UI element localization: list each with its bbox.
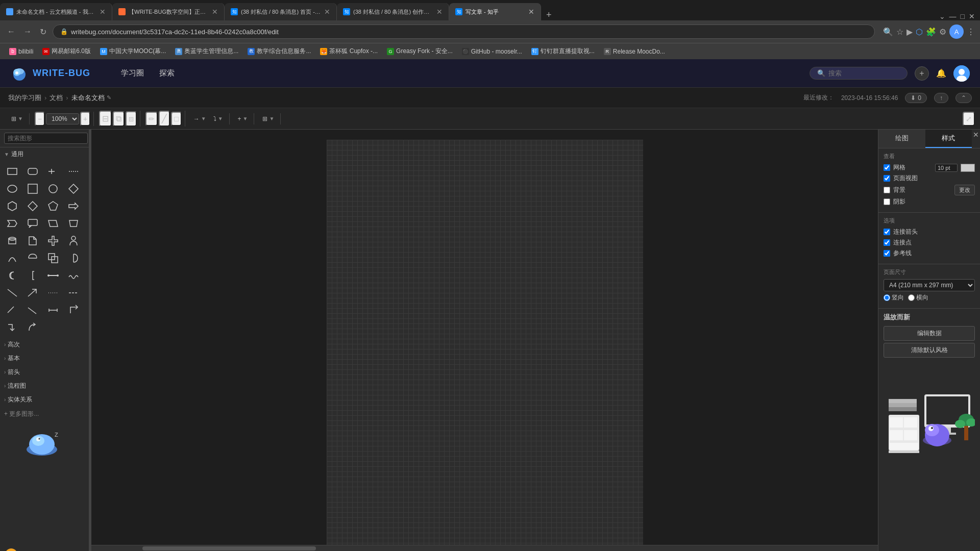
shape-line-dashed[interactable]	[65, 285, 82, 301]
shape-rect3[interactable]	[45, 250, 61, 266]
page-size-select[interactable]: A4 (210 mm x 297 mm) A3 Letter Custom	[884, 279, 975, 291]
view-mode-btn[interactable]: ⊞ ▼	[8, 113, 26, 124]
shape-half-circle[interactable]	[24, 250, 41, 266]
shape-squiggle[interactable]	[65, 267, 82, 284]
shape-doc[interactable]	[24, 233, 41, 249]
tab-2[interactable]: 【WRITE-BUG数字空间】正式上... ✕	[112, 3, 225, 20]
header-add-icon[interactable]: +	[915, 66, 929, 81]
tab-1-close[interactable]: ✕	[100, 8, 106, 16]
clear-defaults-btn[interactable]: 清除默认风格	[884, 343, 975, 358]
horizontal-scrollbar[interactable]	[91, 545, 878, 551]
rect-btn[interactable]: □	[171, 112, 181, 126]
background-checkbox[interactable]	[884, 187, 890, 193]
arrow-elbow-btn[interactable]: ⤵ ▼	[210, 113, 226, 124]
tab-1[interactable]: 未命名文档 - 云文档频道 - 我的... ✕	[0, 3, 112, 20]
scroll-thumb[interactable]	[142, 546, 316, 550]
shape-cylinder[interactable]	[4, 233, 20, 249]
shape-rect-outline[interactable]	[24, 181, 41, 197]
edit-data-btn[interactable]: 编辑数据	[884, 326, 975, 341]
bookmark-cupfox[interactable]: 🦊 茶杯狐 Cupfox -...	[316, 45, 382, 57]
bookmark-email[interactable]: ✉ 网易邮箱6.0版	[38, 45, 95, 57]
shape-bracket[interactable]	[24, 267, 41, 284]
browser-star-icon[interactable]: ☆	[896, 27, 903, 37]
forward-btn[interactable]: →	[21, 25, 34, 38]
shape-connector[interactable]	[45, 163, 61, 180]
delete-btn[interactable]: ⊟	[99, 111, 112, 127]
line-btn[interactable]: ╱	[159, 111, 170, 127]
tab-4-close[interactable]: ✕	[436, 8, 443, 16]
canvas-scroll-area[interactable]	[91, 130, 878, 545]
category-entity-header[interactable]: › 实体关系	[0, 393, 89, 407]
shape-rhombus[interactable]	[24, 198, 41, 214]
tab-3-close[interactable]: ✕	[324, 8, 330, 16]
address-bar[interactable]: 🔒	[53, 24, 875, 39]
bookmark-student[interactable]: 奥 奥蓝学生管理信息...	[171, 45, 242, 57]
grid-color-box[interactable]	[961, 164, 975, 172]
tab-2-close[interactable]: ✕	[212, 8, 218, 16]
tab-draw[interactable]: 绘图	[878, 130, 925, 148]
tab-4[interactable]: 知 (38 封私信 / 80 条消息) 创作中心... ✕	[337, 3, 449, 20]
bookmark-github[interactable]: ⚫ GitHub - mooselr...	[458, 46, 526, 57]
shape-parallelogram[interactable]	[45, 215, 61, 232]
shape-cross[interactable]	[45, 233, 61, 249]
table-btn[interactable]: ⊞ ▼	[259, 113, 277, 124]
shape-arrow-bend-l[interactable]	[65, 302, 82, 318]
shape-ellipse[interactable]	[4, 181, 20, 197]
landscape-option[interactable]: 横向	[908, 293, 928, 302]
copy-style-btn[interactable]: ⧉	[113, 111, 125, 127]
shape-line-arrow[interactable]	[24, 285, 41, 301]
tab-3[interactable]: 知 (38 封私信 / 80 条消息) 首页 - 知... ✕	[225, 3, 337, 20]
bookmark-bilibili[interactable]: b bilibili	[5, 46, 37, 57]
collapse-btn[interactable]: ⌃	[955, 93, 972, 103]
tab-5[interactable]: 知 写文章 - 知乎 ✕	[449, 3, 541, 20]
breadcrumb-edit-icon[interactable]: ✎	[107, 94, 111, 101]
shape-arrow-bend-d[interactable]	[4, 319, 20, 336]
category-advanced-header[interactable]: › 高次	[0, 338, 89, 352]
landscape-radio[interactable]	[908, 294, 915, 301]
address-input[interactable]	[71, 28, 867, 36]
ref-lines-checkbox[interactable]	[884, 250, 890, 257]
category-flowchart-header[interactable]: › 流程图	[0, 379, 89, 393]
tab-style[interactable]: 样式	[925, 130, 972, 148]
connect-points-checkbox[interactable]	[884, 239, 890, 246]
browser-ext1-icon[interactable]: ⬡	[916, 27, 923, 37]
breadcrumb-docs[interactable]: 文档	[50, 93, 63, 103]
shape-search-input[interactable]	[4, 133, 88, 144]
connect-arrows-checkbox[interactable]	[884, 229, 890, 235]
side-panel-close-btn[interactable]: ✕	[972, 130, 980, 148]
tab-menu-btn[interactable]: ⌄	[939, 12, 945, 20]
shadow-checkbox[interactable]	[884, 198, 890, 205]
background-change-btn[interactable]: 更改	[954, 185, 975, 195]
shape-pentagon[interactable]	[45, 198, 61, 214]
add-btn[interactable]: + ▼	[235, 113, 251, 124]
portrait-option[interactable]: 竖向	[884, 293, 904, 302]
category-general-header[interactable]: ▼ 通用	[0, 147, 89, 161]
zoom-out-btn[interactable]: −	[35, 112, 45, 126]
more-shapes-btn[interactable]: + 更多图形...	[0, 407, 89, 421]
new-tab-button[interactable]: +	[541, 10, 557, 20]
fullscreen-btn[interactable]: ⤢	[963, 112, 975, 126]
shape-arrow-curve[interactable]	[24, 319, 41, 336]
browser-search-icon[interactable]: 🔍	[883, 27, 893, 37]
user-avatar[interactable]	[953, 65, 970, 82]
breadcrumb-home[interactable]: 我的学习圈	[8, 93, 41, 103]
category-basic-header[interactable]: › 基本	[0, 352, 89, 365]
app-logo[interactable]: WRITE-BUG	[10, 64, 90, 83]
nav-explore[interactable]: 探索	[159, 68, 175, 78]
nav-learning-circle[interactable]: 学习圈	[121, 68, 144, 78]
shape-rect[interactable]	[4, 163, 20, 180]
shape-callout[interactable]	[24, 215, 41, 232]
header-search-box[interactable]: 🔍	[810, 67, 908, 80]
browser-ext3-icon[interactable]: ⚙	[939, 27, 946, 37]
shape-line-diag1[interactable]	[4, 285, 20, 301]
bookmark-teach[interactable]: 教 教学综合信息服务...	[243, 45, 315, 57]
close-btn[interactable]: ✕	[969, 12, 975, 20]
category-arrows-header[interactable]: › 箭头	[0, 365, 89, 379]
shape-chevron[interactable]	[4, 215, 20, 232]
shape-rounded-rect[interactable]	[24, 163, 41, 180]
shape-line-dotted[interactable]	[45, 285, 61, 301]
shape-crescent[interactable]	[4, 267, 20, 284]
bookmark-dingding[interactable]: 钉 钉钉群直播提取视...	[527, 45, 599, 57]
zoom-in-btn[interactable]: +	[80, 112, 90, 126]
shape-hexagon[interactable]	[4, 198, 20, 214]
